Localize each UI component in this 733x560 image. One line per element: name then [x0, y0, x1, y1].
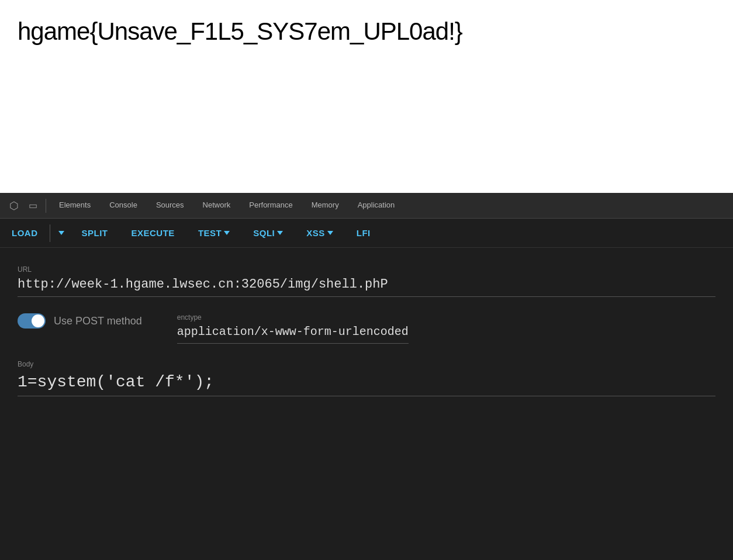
- test-button[interactable]: TEST: [186, 219, 241, 248]
- inspect-cursor-button[interactable]: ⬡: [5, 196, 23, 215]
- tab-performance[interactable]: Performance: [240, 193, 302, 219]
- page-content: hgame{Unsave_F1L5_SYS7em_UPL0ad!}: [0, 0, 733, 193]
- cursor-icon: ⬡: [9, 199, 19, 212]
- device-icon: ▭: [29, 200, 37, 211]
- custom-toolbar: LOAD SPLIT EXECUTE TEST SQLI XSS LFI: [0, 219, 733, 248]
- enctype-value[interactable]: application/x-www-form-urlencoded: [177, 325, 409, 344]
- url-value[interactable]: http://week-1.hgame.lwsec.cn:32065/img/s…: [18, 277, 715, 297]
- page-title: hgame{Unsave_F1L5_SYS7em_UPL0ad!}: [18, 18, 715, 46]
- device-emulation-button[interactable]: ▭: [23, 196, 42, 215]
- body-value[interactable]: 1=system('cat /f*');: [18, 373, 715, 396]
- enctype-label: enctype: [177, 313, 409, 322]
- toolbar-divider: [46, 199, 46, 213]
- url-label: URL: [18, 265, 715, 274]
- tab-sources[interactable]: Sources: [147, 193, 193, 219]
- devtools-tabbar: ⬡ ▭ Elements Console Sources Network Per…: [0, 193, 733, 219]
- devtools-content: URL http://week-1.hgame.lwsec.cn:32065/i…: [0, 248, 733, 560]
- xss-chevron-icon: [327, 231, 333, 235]
- body-label: Body: [18, 360, 715, 368]
- tab-network[interactable]: Network: [193, 193, 240, 219]
- devtools-panel: ⬡ ▭ Elements Console Sources Network Per…: [0, 193, 733, 560]
- post-method-toggle[interactable]: [18, 313, 46, 329]
- tab-memory[interactable]: Memory: [302, 193, 348, 219]
- method-enctype-row: Use POST method enctype application/x-ww…: [18, 313, 715, 344]
- load-button[interactable]: LOAD: [0, 219, 50, 248]
- post-method-group: Use POST method: [18, 313, 142, 329]
- test-chevron-icon: [224, 231, 230, 235]
- load-arrow-button[interactable]: [50, 219, 70, 248]
- execute-button[interactable]: EXECUTE: [120, 219, 186, 248]
- tab-application[interactable]: Application: [348, 193, 404, 219]
- load-group: LOAD: [0, 219, 70, 248]
- sqli-button[interactable]: SQLI: [241, 219, 295, 248]
- split-button[interactable]: SPLIT: [70, 219, 120, 248]
- xss-button[interactable]: XSS: [295, 219, 345, 248]
- sqli-chevron-icon: [277, 231, 283, 235]
- tab-elements[interactable]: Elements: [50, 193, 100, 219]
- enctype-group: enctype application/x-www-form-urlencode…: [177, 313, 409, 344]
- tab-console[interactable]: Console: [100, 193, 147, 219]
- lfi-button[interactable]: LFI: [345, 219, 382, 248]
- post-method-label: Use POST method: [54, 315, 142, 327]
- load-chevron-icon: [58, 231, 64, 235]
